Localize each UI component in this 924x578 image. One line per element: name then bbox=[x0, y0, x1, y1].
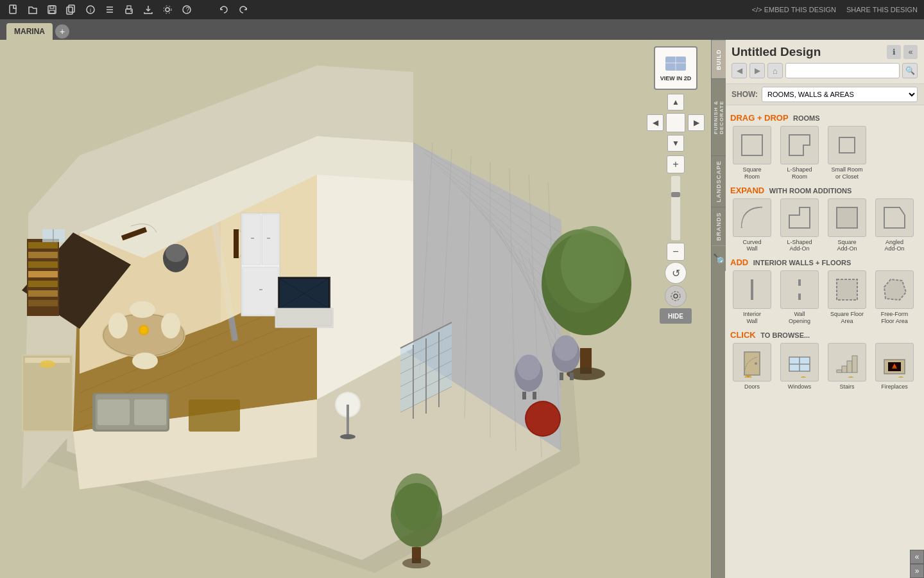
svg-rect-4 bbox=[67, 7, 73, 14]
nav-right-button[interactable]: ▶ bbox=[688, 114, 705, 131]
export-icon[interactable] bbox=[141, 3, 155, 17]
svg-point-15 bbox=[164, 6, 171, 13]
svg-rect-171 bbox=[852, 356, 857, 372]
add-tab-button[interactable]: + bbox=[55, 24, 69, 39]
print-icon[interactable] bbox=[122, 3, 136, 17]
drag-drop-header: DRAG + DROP ROOMS bbox=[730, 113, 919, 123]
item-wall-opening[interactable]: WallOpening bbox=[778, 270, 821, 325]
nav-back-button[interactable]: ◀ bbox=[732, 63, 747, 78]
svg-rect-81 bbox=[28, 271, 58, 277]
view-2d-button[interactable]: VIEW IN 2D bbox=[654, 46, 697, 90]
embed-button[interactable]: </> EMBED THIS DESIGN bbox=[752, 6, 836, 13]
item-angled-addon[interactable]: AngledAdd-On bbox=[873, 198, 916, 253]
toolbar-left: i ? bbox=[6, 3, 250, 17]
nav-up-button[interactable]: ▲ bbox=[667, 94, 684, 110]
drag-drop-grid: SquareRoom L-ShapedRoom bbox=[730, 126, 919, 180]
panel-info-button[interactable]: ℹ bbox=[887, 45, 901, 59]
svg-rect-112 bbox=[98, 399, 130, 425]
copy-icon[interactable] bbox=[64, 3, 78, 17]
show-select[interactable]: ROOMS, WALLS & AREAS bbox=[762, 87, 918, 102]
settings-gear-button[interactable] bbox=[665, 285, 687, 307]
item-interior-wall[interactable]: InteriorWall bbox=[730, 270, 774, 325]
nav-home-button[interactable]: ⌂ bbox=[767, 63, 783, 78]
svg-rect-169 bbox=[842, 366, 847, 372]
browse-grid: Doors bbox=[730, 343, 919, 390]
svg-rect-136 bbox=[560, 372, 563, 380]
panel-search-button[interactable]: 🔍 bbox=[902, 63, 918, 78]
new-file-icon[interactable] bbox=[6, 3, 21, 17]
collapse-up-button[interactable]: « bbox=[910, 550, 924, 564]
svg-point-116 bbox=[166, 244, 186, 262]
undo-icon[interactable] bbox=[217, 3, 231, 17]
item-square-floor[interactable]: Square FloorArea bbox=[825, 270, 869, 325]
wall-opening-icon bbox=[780, 270, 819, 309]
share-button[interactable]: SHARE THIS DESIGN bbox=[846, 6, 918, 13]
svg-point-172 bbox=[847, 376, 855, 378]
redo-icon[interactable] bbox=[236, 3, 250, 17]
svg-text:?: ? bbox=[186, 6, 190, 13]
tab-landscape[interactable]: LANDSCAPE bbox=[712, 155, 726, 207]
help-icon[interactable]: ? bbox=[180, 3, 194, 17]
nav-cross: ▲ ▼ ◀ ▶ bbox=[647, 94, 705, 152]
svg-point-109 bbox=[140, 326, 148, 334]
nav-center-button[interactable] bbox=[666, 113, 685, 132]
svg-rect-137 bbox=[570, 372, 574, 380]
windows-icon bbox=[780, 343, 819, 381]
item-small-room[interactable]: Small Roomor Closet bbox=[825, 126, 869, 180]
section-expand: EXPAND WITH ROOM ADDITIONS CurvedWall bbox=[730, 186, 919, 253]
item-square-addon[interactable]: SquareAdd-On bbox=[825, 198, 869, 253]
angled-addon-icon bbox=[875, 198, 914, 237]
item-curved-wall[interactable]: CurvedWall bbox=[730, 198, 774, 253]
item-freeform-floor[interactable]: Free-FormFloor Area bbox=[873, 270, 916, 325]
item-lshaped-room[interactable]: L-ShapedRoom bbox=[778, 126, 821, 180]
svg-rect-156 bbox=[837, 279, 857, 300]
svg-rect-93 bbox=[251, 238, 254, 239]
nav-down-button[interactable]: ▼ bbox=[667, 135, 684, 152]
svg-point-105 bbox=[161, 313, 180, 338]
svg-rect-82 bbox=[28, 281, 58, 287]
svg-point-104 bbox=[108, 313, 128, 338]
tab-furnish[interactable]: FURNISH & DECORATE bbox=[712, 78, 726, 155]
svg-point-13 bbox=[130, 10, 132, 12]
item-square-room[interactable]: SquareRoom bbox=[730, 126, 774, 180]
item-fireplaces[interactable]: Fireplaces bbox=[873, 343, 916, 390]
save-icon[interactable] bbox=[45, 3, 59, 17]
svg-rect-133 bbox=[533, 392, 536, 399]
svg-point-139 bbox=[526, 402, 560, 435]
tab-marina[interactable]: MARINA bbox=[6, 23, 53, 40]
side-tabs: BUILD FURNISH & DECORATE LANDSCAPE BRAND… bbox=[711, 40, 725, 578]
rotate-button[interactable]: ↺ bbox=[665, 262, 687, 284]
collapse-down-button[interactable]: » bbox=[910, 564, 924, 578]
tab-search[interactable]: 🔍 bbox=[712, 245, 726, 271]
svg-rect-168 bbox=[837, 370, 842, 372]
fireplaces-icon bbox=[875, 343, 914, 381]
tab-brands[interactable]: BRANDS bbox=[712, 207, 726, 245]
interior-wall-icon bbox=[733, 270, 771, 309]
open-file-icon[interactable] bbox=[26, 3, 40, 17]
square-floor-icon bbox=[828, 270, 866, 309]
item-windows[interactable]: Windows bbox=[778, 343, 821, 390]
canvas-area[interactable]: VIEW IN 2D ▲ ▼ ◀ ▶ + − ↺ bbox=[0, 40, 711, 578]
panel-search-input[interactable] bbox=[785, 63, 900, 78]
item-stairs[interactable]: Stairs bbox=[825, 343, 869, 390]
hide-button[interactable]: HIDE bbox=[660, 308, 692, 324]
settings-icon[interactable] bbox=[160, 3, 175, 17]
zoom-out-button[interactable]: − bbox=[667, 243, 685, 261]
small-room-icon bbox=[828, 126, 866, 164]
tab-build[interactable]: BUILD bbox=[712, 40, 726, 78]
section-interior: ADD INTERIOR WALLS + FLOORS InteriorWall bbox=[730, 258, 919, 325]
info-icon[interactable]: i bbox=[83, 3, 98, 17]
item-doors[interactable]: Doors bbox=[730, 343, 774, 390]
nav-forward-button[interactable]: ▶ bbox=[749, 63, 765, 78]
zoom-in-button[interactable]: + bbox=[667, 155, 685, 173]
panel-header: Untitled Design ℹ « ◀ ▶ ⌂ 🔍 bbox=[725, 40, 924, 84]
svg-rect-158 bbox=[744, 352, 760, 375]
toolbar-right: </> EMBED THIS DESIGN SHARE THIS DESIGN bbox=[752, 6, 918, 13]
list-icon[interactable] bbox=[103, 3, 117, 17]
item-lshaped-addon[interactable]: L-ShapedAdd-On bbox=[778, 198, 821, 253]
view-controls: VIEW IN 2D ▲ ▼ ◀ ▶ + − ↺ bbox=[647, 46, 705, 324]
panel-close-button[interactable]: « bbox=[903, 45, 918, 59]
svg-rect-0 bbox=[10, 5, 16, 13]
nav-left-button[interactable]: ◀ bbox=[647, 114, 663, 131]
square-addon-icon bbox=[828, 198, 866, 237]
